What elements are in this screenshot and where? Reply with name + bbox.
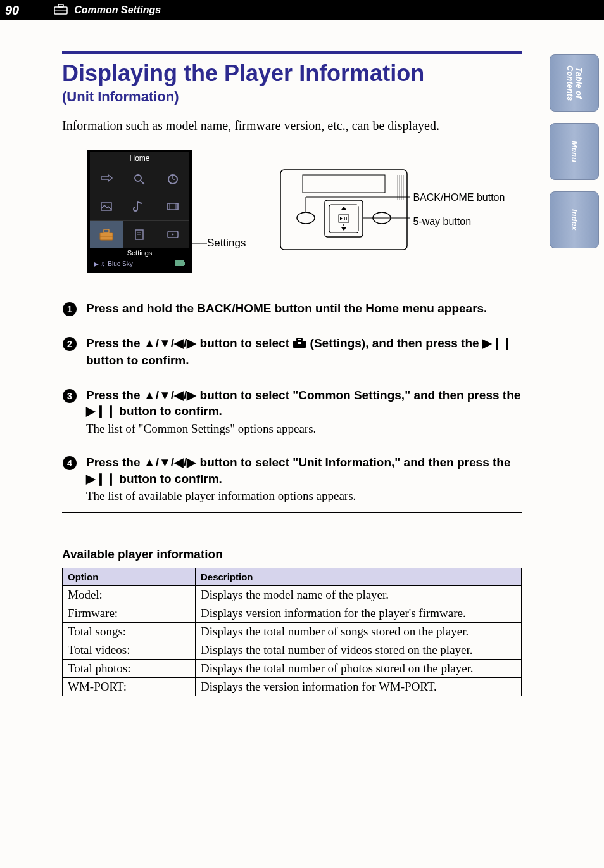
page-content: Displaying the Player Information (Unit … [0, 20, 604, 722]
screen-bottom-bar: ▶ ♫ Blue Sky [90, 258, 189, 270]
tab-index[interactable]: Index [550, 191, 599, 248]
side-tabs: Table of Contents Menu Index [550, 54, 599, 248]
svg-text:2: 2 [67, 339, 72, 349]
step-4-text: Press the ▲/▼/◀/▶ button to select "Unit… [86, 454, 522, 487]
table-row: Total videos:Displays the total number o… [63, 641, 522, 660]
svg-rect-21 [184, 262, 185, 265]
svg-rect-47 [293, 341, 306, 348]
now-playing-icon: ▶ ♫ [94, 260, 105, 267]
dpad-glyph: ▲/▼/◀/▶ [144, 336, 196, 350]
svg-marker-32 [341, 207, 346, 210]
table-row: Total photos:Displays the total number o… [63, 660, 522, 678]
device-diagram-wrap: BACK/HOME button 5-way button [277, 150, 505, 251]
table-row: Total songs:Displays the total number of… [63, 623, 522, 641]
svg-rect-48 [297, 338, 302, 341]
table-row: Firmware:Displays version information fo… [63, 604, 522, 623]
table-heading: Available player information [62, 547, 522, 561]
chapter-title: Common Settings [74, 4, 161, 16]
grid-cell-playlist [123, 221, 156, 248]
play-pause-glyph: ▶❙❙ [86, 472, 116, 485]
step-number-1-icon: 1 [62, 302, 77, 317]
steps-end-rule [62, 512, 522, 513]
home-grid [90, 165, 189, 248]
table-row: WM-PORT:Displays the version information… [63, 678, 522, 696]
step-2: 2 Press the ▲/▼/◀/▶ button to select (Se… [62, 326, 522, 377]
player-info-table: Option Description Model:Displays the mo… [62, 568, 522, 696]
screen-footer-label: Settings [90, 248, 189, 258]
page-subtitle: (Unit Information) [62, 89, 522, 105]
svg-marker-33 [341, 227, 346, 231]
svg-text:3: 3 [67, 391, 72, 401]
svg-point-29 [297, 212, 315, 224]
svg-point-3 [135, 175, 141, 181]
svg-point-38 [343, 224, 344, 226]
page-number: 90 [5, 3, 19, 18]
step-number-2-icon: 2 [62, 336, 77, 352]
svg-rect-24 [303, 175, 385, 193]
table-row: Model:Displays the model name of the pla… [63, 586, 522, 604]
step-3-text: Press the ▲/▼/◀/▶ button to select "Comm… [86, 387, 522, 419]
illustration-row: Home [62, 150, 522, 273]
grid-cell-shuffle [90, 165, 123, 193]
step-1-text: Press and hold the BACK/HOME button unti… [86, 300, 487, 317]
grid-cell-video [156, 193, 189, 220]
dpad-glyph: ▲/▼/◀/▶ [144, 456, 196, 469]
step-3: 3 Press the ▲/▼/◀/▶ button to select "Co… [62, 378, 522, 445]
svg-text:1: 1 [67, 304, 72, 314]
grid-cell-photo [90, 193, 123, 220]
svg-rect-11 [176, 203, 178, 210]
page-header: 90 Common Settings [0, 0, 604, 20]
step-number-3-icon: 3 [62, 388, 77, 404]
grid-cell-nowplaying [156, 221, 189, 248]
now-playing-text: Blue Sky [108, 260, 175, 267]
grid-cell-clock [156, 165, 189, 193]
tab-menu[interactable]: Menu [550, 123, 599, 180]
annotation-line-screen [192, 170, 207, 253]
device-home-screen: Home [87, 150, 192, 273]
step-4-note: The list of available player information… [86, 489, 522, 503]
svg-rect-13 [104, 229, 109, 233]
settings-annotation: Settings [207, 237, 246, 250]
svg-rect-10 [168, 203, 170, 210]
diagram-label-5way: 5-way button [413, 215, 505, 229]
step-2-text: Press the ▲/▼/◀/▶ button to select (Sett… [86, 335, 522, 368]
svg-marker-19 [172, 233, 174, 236]
step-3-note: The list of "Common Settings" options ap… [86, 422, 522, 436]
svg-marker-35 [340, 217, 343, 220]
intro-paragraph: Information such as model name, firmware… [62, 117, 522, 134]
svg-rect-20 [175, 260, 184, 266]
toolbox-icon [54, 3, 68, 17]
svg-rect-49 [298, 342, 301, 344]
battery-icon [175, 260, 186, 267]
step-number-4-icon: 4 [62, 456, 77, 471]
step-1: 1 Press and hold the BACK/HOME button un… [62, 291, 522, 326]
tab-contents-label: Table of Contents [565, 55, 584, 111]
grid-cell-search [123, 165, 156, 193]
title-rule [62, 51, 522, 54]
play-pause-glyph: ▶❙❙ [86, 404, 116, 418]
tab-index-label: Index [570, 209, 579, 231]
device-diagram [277, 169, 410, 251]
diagram-label-back-home: BACK/HOME button [413, 191, 505, 205]
step-4: 4 Press the ▲/▼/◀/▶ button to select "Un… [62, 445, 522, 512]
dpad-glyph: ▲/▼/◀/▶ [144, 388, 196, 402]
screen-title: Home [90, 152, 189, 165]
tab-menu-label: Menu [570, 141, 579, 162]
page-title: Displaying the Player Information [62, 60, 522, 86]
col-header-description: Description [196, 568, 522, 586]
tab-contents[interactable]: Table of Contents [550, 54, 599, 112]
svg-line-4 [141, 181, 144, 184]
svg-rect-1 [58, 4, 63, 7]
toolbox-icon [293, 336, 306, 353]
grid-cell-settings-active [90, 221, 123, 248]
svg-rect-9 [168, 203, 178, 210]
svg-text:4: 4 [67, 458, 72, 468]
svg-rect-30 [325, 200, 363, 237]
grid-cell-music [123, 193, 156, 220]
play-pause-glyph: ▶❙❙ [482, 336, 512, 350]
col-header-option: Option [63, 568, 196, 586]
